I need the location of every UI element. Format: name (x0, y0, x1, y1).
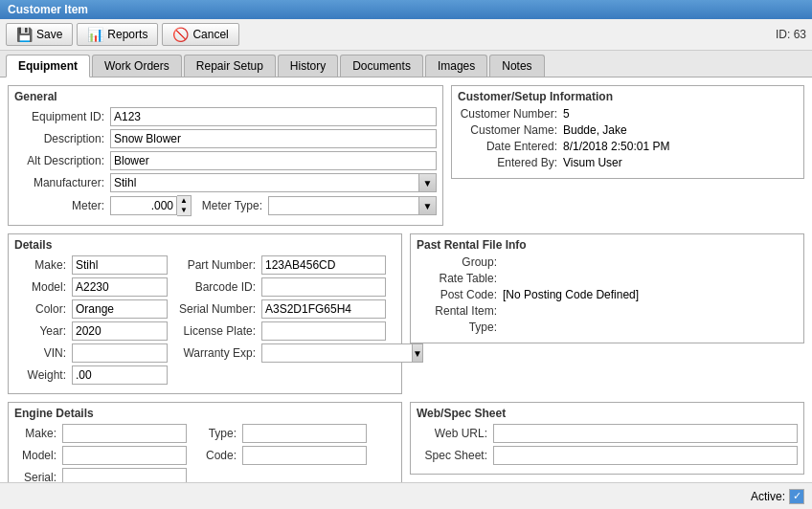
manufacturer-combo: ▼ (110, 173, 437, 192)
part-number-input[interactable] (261, 255, 386, 275)
customer-number-label: Customer Number: (458, 107, 563, 121)
web-spec-section: Web/Spec Sheet Web URL: Spec Sheet: (410, 402, 804, 475)
tab-notes[interactable]: Notes (489, 55, 544, 77)
meter-label: Meter: (14, 199, 110, 212)
engine-code-row: Code: (194, 446, 367, 465)
license-plate-label: License Plate: (175, 324, 261, 338)
active-label: Active: (751, 490, 785, 503)
engine-make-row: Make: (14, 424, 187, 443)
customer-number-row: Customer Number: 5 (458, 107, 798, 121)
alt-description-row: Alt Description: (14, 151, 437, 170)
meter-type-input[interactable] (268, 196, 419, 215)
equipment-id-input[interactable] (110, 107, 437, 126)
general-section-title: General (14, 90, 437, 103)
meter-down-btn[interactable]: ▼ (177, 206, 191, 215)
manufacturer-row: Manufacturer: ▼ (14, 173, 437, 192)
tab-history[interactable]: History (278, 55, 338, 77)
engine-type-label: Type: (194, 427, 242, 440)
entered-by-label: Entered By: (458, 156, 563, 169)
customer-name-label: Customer Name: (458, 123, 563, 137)
meter-type-label: Meter Type: (192, 199, 268, 212)
group-label: Group: (417, 255, 503, 269)
meter-input[interactable] (110, 196, 177, 215)
warranty-exp-input[interactable] (261, 343, 413, 363)
spec-sheet-input[interactable] (493, 446, 798, 465)
tab-equipment[interactable]: Equipment (6, 55, 90, 77)
barcode-id-label: Barcode ID: (175, 280, 261, 294)
meter-up-btn[interactable]: ▲ (177, 196, 191, 206)
license-plate-input[interactable] (261, 321, 386, 341)
details-title: Details (14, 238, 395, 252)
alt-description-input[interactable] (110, 151, 437, 170)
active-checkbox[interactable]: ✓ (789, 489, 804, 503)
meter-row: Meter: ▲ ▼ Meter Type: ▼ (14, 195, 437, 216)
color-label: Color: (14, 302, 72, 316)
serial-number-label: Serial Number: (175, 302, 261, 316)
tab-work-orders[interactable]: Work Orders (92, 55, 182, 77)
title-bar: Customer Item (0, 0, 812, 19)
tab-documents[interactable]: Documents (340, 55, 423, 77)
description-label: Description: (14, 132, 110, 145)
engine-type-input[interactable] (242, 424, 367, 443)
cancel-button[interactable]: Cancel (162, 23, 238, 46)
model-label: Model: (14, 280, 72, 294)
part-number-row: Part Number: (175, 255, 386, 275)
barcode-id-input[interactable] (261, 277, 386, 297)
color-input[interactable] (72, 299, 168, 319)
engine-make-input[interactable] (62, 424, 187, 443)
tab-images[interactable]: Images (425, 55, 487, 77)
main-content: General Equipment ID: Description: Alt D… (0, 77, 812, 502)
customer-name-value: Budde, Jake (563, 123, 627, 137)
details-section: Details Make: Model: Color: (8, 233, 402, 394)
meter-type-dropdown-btn[interactable]: ▼ (419, 196, 437, 215)
make-input[interactable] (72, 255, 168, 275)
model-input[interactable] (72, 277, 168, 297)
date-entered-value: 8/1/2018 2:50:01 PM (563, 140, 669, 153)
vin-input[interactable] (72, 343, 168, 363)
manufacturer-input[interactable] (110, 173, 419, 192)
serial-number-input[interactable] (261, 299, 386, 319)
save-button[interactable]: Save (6, 23, 73, 46)
weight-row: Weight: (14, 365, 168, 385)
reports-button[interactable]: Reports (77, 23, 158, 46)
window-title: Customer Item (8, 3, 88, 16)
manufacturer-dropdown-btn[interactable]: ▼ (419, 173, 437, 192)
vin-label: VIN: (14, 346, 72, 360)
year-row: Year: (14, 321, 168, 341)
tabs-bar: Equipment Work Orders Repair Setup Histo… (0, 51, 812, 77)
web-spec-title: Web/Spec Sheet (417, 407, 798, 420)
spec-sheet-row: Spec Sheet: (417, 446, 798, 465)
tab-repair-setup[interactable]: Repair Setup (184, 55, 276, 77)
description-input[interactable] (110, 129, 437, 148)
web-url-label: Web URL: (417, 427, 493, 440)
serial-number-row: Serial Number: (175, 299, 386, 319)
year-label: Year: (14, 324, 72, 338)
customer-name-row: Customer Name: Budde, Jake (458, 123, 798, 137)
post-code-label: Post Code: (417, 288, 503, 301)
warranty-exp-dropdown-btn[interactable]: ▼ (413, 343, 423, 363)
engine-model-input[interactable] (62, 446, 187, 465)
save-icon (16, 27, 33, 42)
equipment-id-row: Equipment ID: (14, 107, 437, 126)
engine-code-label: Code: (194, 449, 242, 462)
date-entered-label: Date Entered: (458, 140, 563, 153)
weight-label: Weight: (14, 368, 72, 382)
customer-setup-title: Customer/Setup Information (458, 90, 798, 103)
entered-by-value: Visum User (563, 156, 622, 169)
weight-input[interactable] (72, 365, 168, 385)
rental-item-label: Rental Item: (417, 304, 503, 318)
rental-item-row: Rental Item: (417, 304, 798, 318)
past-rental-section: Past Rental File Info Group: Rate Table:… (410, 233, 804, 343)
manufacturer-label: Manufacturer: (14, 176, 110, 189)
year-input[interactable] (72, 321, 168, 341)
engine-code-input[interactable] (242, 446, 367, 465)
engine-type-row: Type: (194, 424, 367, 443)
customer-number-value: 5 (563, 107, 570, 121)
engine-details-title: Engine Details (14, 407, 395, 420)
warranty-exp-row: Warranty Exp: ▼ (175, 343, 386, 363)
entered-by-row: Entered By: Visum User (458, 156, 798, 169)
make-label: Make: (14, 258, 72, 272)
engine-model-label: Model: (14, 449, 62, 462)
meter-spinner: ▲ ▼ (110, 195, 192, 216)
web-url-input[interactable] (493, 424, 798, 443)
